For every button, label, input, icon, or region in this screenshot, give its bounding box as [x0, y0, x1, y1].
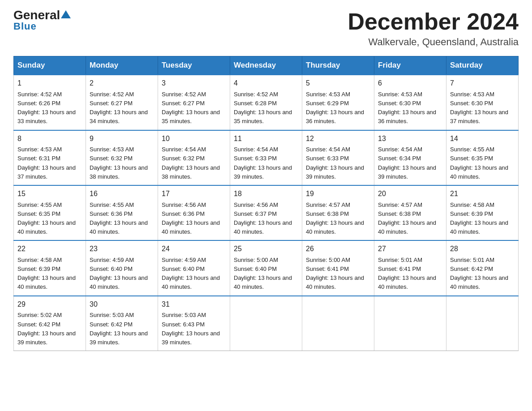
page-header: General Blue December 2024 Walkervale, Q…	[13, 9, 519, 48]
month-title: December 2024	[348, 9, 519, 34]
table-row: 2 Sunrise: 4:52 AMSunset: 6:27 PMDayligh…	[86, 75, 158, 130]
day-number: 7	[450, 78, 515, 89]
table-row: 13 Sunrise: 4:54 AMSunset: 6:34 PMDaylig…	[374, 130, 446, 185]
day-number: 25	[234, 244, 298, 255]
location: Walkervale, Queensland, Australia	[348, 36, 519, 48]
table-row	[446, 296, 519, 351]
table-row: 6 Sunrise: 4:53 AMSunset: 6:30 PMDayligh…	[374, 75, 446, 130]
table-row: 15 Sunrise: 4:55 AMSunset: 6:35 PMDaylig…	[14, 185, 86, 240]
col-saturday: Saturday	[446, 56, 519, 75]
day-number: 6	[378, 78, 442, 89]
day-info: Sunrise: 5:01 AMSunset: 6:42 PMDaylight:…	[450, 257, 508, 290]
day-number: 29	[17, 299, 82, 310]
day-number: 1	[17, 78, 82, 89]
day-info: Sunrise: 4:55 AMSunset: 6:35 PMDaylight:…	[450, 146, 508, 180]
calendar-week-row: 29 Sunrise: 5:02 AMSunset: 6:42 PMDaylig…	[14, 296, 519, 351]
day-info: Sunrise: 4:52 AMSunset: 6:28 PMDaylight:…	[234, 91, 292, 124]
day-number: 16	[90, 188, 154, 200]
table-row: 17 Sunrise: 4:56 AMSunset: 6:36 PMDaylig…	[158, 185, 230, 240]
calendar-table: Sunday Monday Tuesday Wednesday Thursday…	[13, 56, 519, 351]
table-row	[302, 296, 374, 351]
table-row: 26 Sunrise: 5:00 AMSunset: 6:41 PMDaylig…	[302, 240, 374, 295]
day-number: 11	[234, 133, 298, 145]
day-number: 9	[90, 133, 154, 145]
day-number: 18	[234, 188, 298, 200]
day-number: 23	[90, 244, 154, 255]
col-thursday: Thursday	[302, 56, 374, 75]
table-row: 29 Sunrise: 5:02 AMSunset: 6:42 PMDaylig…	[14, 296, 86, 351]
col-sunday: Sunday	[14, 56, 86, 75]
table-row: 31 Sunrise: 5:03 AMSunset: 6:43 PMDaylig…	[158, 296, 230, 351]
day-number: 5	[306, 78, 370, 89]
day-info: Sunrise: 4:54 AMSunset: 6:34 PMDaylight:…	[378, 146, 436, 180]
col-monday: Monday	[86, 56, 158, 75]
logo-blue: Blue	[13, 21, 37, 32]
table-row: 5 Sunrise: 4:53 AMSunset: 6:29 PMDayligh…	[302, 75, 374, 130]
svg-marker-0	[61, 10, 71, 18]
table-row: 8 Sunrise: 4:53 AMSunset: 6:31 PMDayligh…	[14, 130, 86, 185]
day-number: 17	[162, 188, 226, 200]
table-row: 16 Sunrise: 4:55 AMSunset: 6:36 PMDaylig…	[86, 185, 158, 240]
day-number: 13	[378, 133, 442, 145]
day-info: Sunrise: 5:00 AMSunset: 6:40 PMDaylight:…	[234, 257, 292, 290]
day-number: 24	[162, 244, 226, 255]
day-number: 3	[162, 78, 226, 89]
day-info: Sunrise: 4:55 AMSunset: 6:35 PMDaylight:…	[17, 201, 76, 235]
day-info: Sunrise: 4:53 AMSunset: 6:31 PMDaylight:…	[17, 146, 76, 180]
day-number: 26	[306, 244, 370, 255]
day-number: 30	[90, 299, 154, 310]
day-number: 8	[17, 133, 82, 145]
day-info: Sunrise: 5:03 AMSunset: 6:42 PMDaylight:…	[90, 312, 148, 345]
day-number: 15	[17, 188, 82, 200]
day-info: Sunrise: 4:56 AMSunset: 6:37 PMDaylight:…	[234, 201, 292, 235]
day-number: 21	[450, 188, 515, 200]
day-info: Sunrise: 4:53 AMSunset: 6:29 PMDaylight:…	[306, 91, 364, 124]
table-row: 12 Sunrise: 4:54 AMSunset: 6:33 PMDaylig…	[302, 130, 374, 185]
day-info: Sunrise: 4:53 AMSunset: 6:32 PMDaylight:…	[90, 146, 148, 180]
day-info: Sunrise: 4:54 AMSunset: 6:33 PMDaylight:…	[234, 146, 292, 180]
logo-triangle-icon	[61, 10, 71, 18]
day-number: 28	[450, 244, 515, 255]
day-info: Sunrise: 4:53 AMSunset: 6:30 PMDaylight:…	[378, 91, 436, 124]
day-number: 20	[378, 188, 442, 200]
table-row: 14 Sunrise: 4:55 AMSunset: 6:35 PMDaylig…	[446, 130, 519, 185]
day-number: 31	[162, 299, 226, 310]
day-info: Sunrise: 4:52 AMSunset: 6:27 PMDaylight:…	[90, 91, 148, 124]
day-info: Sunrise: 4:57 AMSunset: 6:38 PMDaylight:…	[378, 201, 436, 235]
day-number: 27	[378, 244, 442, 255]
logo: General Blue	[13, 9, 71, 32]
day-info: Sunrise: 4:59 AMSunset: 6:40 PMDaylight:…	[162, 257, 220, 290]
col-tuesday: Tuesday	[158, 56, 230, 75]
col-friday: Friday	[374, 56, 446, 75]
col-wednesday: Wednesday	[230, 56, 302, 75]
table-row	[230, 296, 302, 351]
day-info: Sunrise: 5:02 AMSunset: 6:42 PMDaylight:…	[17, 312, 76, 345]
table-row: 23 Sunrise: 4:59 AMSunset: 6:40 PMDaylig…	[86, 240, 158, 295]
day-info: Sunrise: 4:55 AMSunset: 6:36 PMDaylight:…	[90, 201, 148, 235]
table-row: 3 Sunrise: 4:52 AMSunset: 6:27 PMDayligh…	[158, 75, 230, 130]
day-info: Sunrise: 4:52 AMSunset: 6:27 PMDaylight:…	[162, 91, 220, 124]
day-info: Sunrise: 4:58 AMSunset: 6:39 PMDaylight:…	[17, 257, 76, 290]
day-info: Sunrise: 4:53 AMSunset: 6:30 PMDaylight:…	[450, 91, 508, 124]
table-row	[374, 296, 446, 351]
day-number: 22	[17, 244, 82, 255]
day-info: Sunrise: 4:56 AMSunset: 6:36 PMDaylight:…	[162, 201, 220, 235]
day-info: Sunrise: 4:59 AMSunset: 6:40 PMDaylight:…	[90, 257, 148, 290]
table-row: 30 Sunrise: 5:03 AMSunset: 6:42 PMDaylig…	[86, 296, 158, 351]
day-number: 14	[450, 133, 515, 145]
calendar-week-row: 22 Sunrise: 4:58 AMSunset: 6:39 PMDaylig…	[14, 240, 519, 295]
day-info: Sunrise: 5:01 AMSunset: 6:41 PMDaylight:…	[378, 257, 436, 290]
day-number: 12	[306, 133, 370, 145]
day-info: Sunrise: 4:54 AMSunset: 6:33 PMDaylight:…	[306, 146, 364, 180]
table-row: 11 Sunrise: 4:54 AMSunset: 6:33 PMDaylig…	[230, 130, 302, 185]
table-row: 9 Sunrise: 4:53 AMSunset: 6:32 PMDayligh…	[86, 130, 158, 185]
calendar-week-row: 8 Sunrise: 4:53 AMSunset: 6:31 PMDayligh…	[14, 130, 519, 185]
table-row: 19 Sunrise: 4:57 AMSunset: 6:38 PMDaylig…	[302, 185, 374, 240]
logo-general: General	[13, 9, 60, 21]
calendar-header-row: Sunday Monday Tuesday Wednesday Thursday…	[14, 56, 519, 75]
table-row: 1 Sunrise: 4:52 AMSunset: 6:26 PMDayligh…	[14, 75, 86, 130]
table-row: 4 Sunrise: 4:52 AMSunset: 6:28 PMDayligh…	[230, 75, 302, 130]
table-row: 27 Sunrise: 5:01 AMSunset: 6:41 PMDaylig…	[374, 240, 446, 295]
title-area: December 2024 Walkervale, Queensland, Au…	[348, 9, 519, 48]
calendar-week-row: 1 Sunrise: 4:52 AMSunset: 6:26 PMDayligh…	[14, 75, 519, 130]
